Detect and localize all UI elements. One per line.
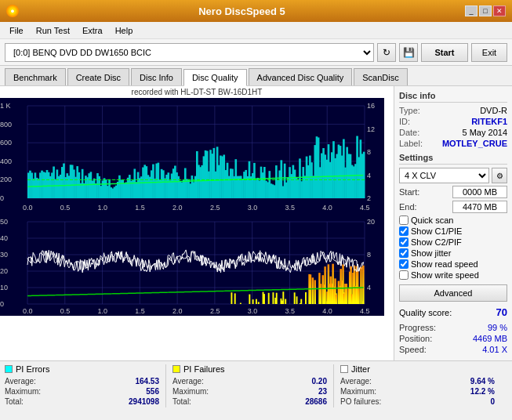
disc-date-value: 5 May 2014 [463, 128, 507, 137]
disc-info-title: Disc info [399, 91, 507, 103]
drive-select[interactable]: [0:0] BENQ DVD DD DW1650 BCIC [5, 43, 374, 62]
jitter-avg: Average: 9.64 % [340, 377, 495, 386]
position-row: Position: 4469 MB [399, 334, 507, 343]
charts-and-panel: recorded with HL-DT-ST BW-16D1HT Disc in… [0, 86, 512, 360]
disc-label-value: MOTLEY_CRUE [442, 139, 507, 148]
pi-failures-total: Total: 28686 [172, 397, 327, 406]
end-field-label: End: [399, 202, 417, 212]
show-read-speed-checkbox[interactable] [399, 259, 409, 269]
start-field-value: 0000 MB [452, 186, 507, 198]
quality-score-value: 70 [496, 306, 507, 318]
show-c1-pie-label: Show C1/PIE [411, 226, 462, 236]
minimize-button[interactable]: _ [465, 5, 478, 16]
exit-button[interactable]: Exit [471, 43, 507, 62]
tabs: Benchmark Create Disc Disc Info Disc Qua… [0, 66, 512, 86]
jitter-max: Maximum: 12.2 % [340, 387, 495, 396]
main-content: recorded with HL-DT-ST BW-16D1HT Disc in… [0, 86, 512, 406]
window-title: Nero DiscSpeed 5 [19, 5, 465, 17]
end-field-row: End: 4470 MB [399, 201, 507, 213]
pi-errors-header: PI Errors [5, 364, 159, 374]
show-jitter-checkbox[interactable] [399, 248, 409, 258]
show-c2-pif-row: Show C2/PIF [399, 237, 507, 247]
jitter-title: Jitter [351, 364, 370, 374]
pi-failures-avg: Average: 0.20 [172, 377, 327, 386]
speed-row: Speed: 4.01 X [399, 345, 507, 354]
settings-icon-btn[interactable]: ⚙ [492, 168, 507, 183]
disc-id-value: RITEKF1 [471, 117, 507, 126]
disc-label-label: Label: [399, 139, 423, 148]
close-button[interactable]: ✕ [493, 5, 506, 16]
start-button[interactable]: Start [421, 43, 468, 62]
pi-failures-max: Maximum: 23 [172, 387, 327, 396]
speed-row: 4 X CLV ⚙ [399, 168, 507, 183]
speed-select[interactable]: 4 X CLV [399, 168, 489, 183]
toolbar: [0:0] BENQ DVD DD DW1650 BCIC ↻ 💾 Start … [0, 39, 512, 66]
chart2-canvas [0, 214, 384, 316]
window-controls[interactable]: _ □ ✕ [465, 5, 506, 16]
settings-title: Settings [399, 153, 507, 165]
start-field-row: Start: 0000 MB [399, 186, 507, 198]
progress-section: Progress: 99 % Position: 4469 MB Speed: … [399, 323, 507, 354]
speed-value: 4.01 X [482, 345, 507, 354]
show-jitter-label: Show jitter [411, 248, 451, 258]
show-write-speed-row: Show write speed [399, 270, 507, 280]
progress-label: Progress: [399, 323, 436, 332]
disc-date-row: Date: 5 May 2014 [399, 128, 507, 137]
show-c2-pif-checkbox[interactable] [399, 237, 409, 247]
progress-row: Progress: 99 % [399, 323, 507, 332]
pi-errors-col: PI Errors Average: 164.53 Maximum: 556 T… [5, 364, 166, 407]
pi-errors-color-box [5, 365, 13, 373]
advanced-button[interactable]: Advanced [399, 284, 507, 302]
menu-help[interactable]: Help [109, 24, 140, 37]
maximize-button[interactable]: □ [479, 5, 492, 16]
pi-failures-title: PI Failures [183, 364, 225, 374]
quick-scan-label: Quick scan [411, 215, 453, 225]
save-button[interactable]: 💾 [399, 43, 418, 62]
quick-scan-row: Quick scan [399, 215, 507, 225]
right-panel: Disc info Type: DVD-R ID: RITEKF1 Date: … [394, 86, 512, 360]
show-read-speed-row: Show read speed [399, 259, 507, 269]
menu-extra[interactable]: Extra [76, 24, 109, 37]
chart1-canvas [0, 98, 384, 214]
pi-errors-max: Maximum: 556 [5, 387, 159, 396]
tab-disc-quality[interactable]: Disc Quality [183, 69, 247, 86]
start-field-label: Start: [399, 187, 419, 197]
menu-run-test[interactable]: Run Test [30, 24, 76, 37]
show-jitter-row: Show jitter [399, 248, 507, 258]
position-value: 4469 MB [473, 334, 507, 343]
end-field-value: 4470 MB [452, 201, 507, 213]
pi-errors-avg: Average: 164.53 [5, 377, 159, 386]
tab-scandisc[interactable]: ScanDisc [354, 68, 407, 85]
disc-type-label: Type: [399, 106, 420, 115]
show-c1-pie-row: Show C1/PIE [399, 226, 507, 236]
pi-failures-header: PI Failures [172, 364, 327, 374]
menu-file[interactable]: File [3, 24, 30, 37]
jitter-po: PO failures: 0 [340, 397, 495, 406]
refresh-button[interactable]: ↻ [377, 43, 396, 62]
tab-advanced-disc-quality[interactable]: Advanced Disc Quality [249, 68, 353, 85]
tab-benchmark[interactable]: Benchmark [5, 68, 66, 85]
quality-score-label: Quality score: [399, 308, 452, 317]
show-write-speed-label: Show write speed [411, 270, 479, 280]
jitter-col: Jitter Average: 9.64 % Maximum: 12.2 % P… [340, 364, 501, 407]
chart-title: recorded with HL-DT-ST BW-16D1HT [0, 86, 394, 98]
pi-failures-col: PI Failures Average: 0.20 Maximum: 23 To… [172, 364, 334, 407]
pi-errors-title: PI Errors [16, 364, 49, 374]
tab-disc-info[interactable]: Disc Info [131, 68, 182, 85]
progress-value: 99 % [488, 323, 507, 332]
pi-errors-total: Total: 2941098 [5, 397, 159, 406]
title-bar: ● Nero DiscSpeed 5 _ □ ✕ [0, 0, 512, 22]
show-write-speed-checkbox[interactable] [399, 270, 409, 280]
position-label: Position: [399, 334, 432, 343]
menu-bar: File Run Test Extra Help [0, 22, 512, 39]
pi-failures-color-box [172, 365, 180, 373]
jitter-color-box [340, 365, 348, 373]
disc-id-row: ID: RITEKF1 [399, 117, 507, 126]
bottom-stats: PI Errors Average: 164.53 Maximum: 556 T… [0, 360, 512, 411]
tab-create-disc[interactable]: Create Disc [67, 68, 129, 85]
show-c1-pie-checkbox[interactable] [399, 226, 409, 236]
disc-id-label: ID: [399, 117, 410, 126]
disc-label-row: Label: MOTLEY_CRUE [399, 139, 507, 148]
show-c2-pif-label: Show C2/PIF [411, 237, 462, 247]
quick-scan-checkbox[interactable] [399, 215, 409, 225]
